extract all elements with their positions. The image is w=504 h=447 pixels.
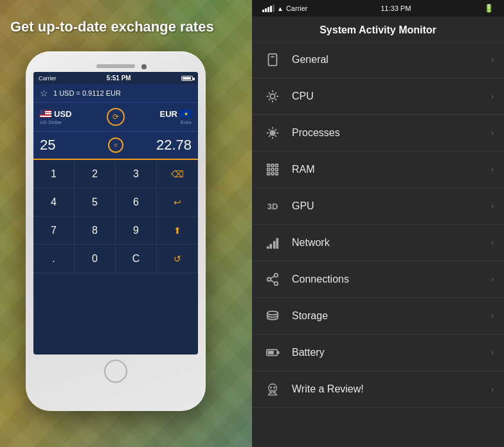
svg-point-2 (270, 94, 274, 98)
svg-rect-17 (276, 238, 279, 249)
processes-chevron: › (491, 128, 494, 137)
to-amount: 22.78 (129, 137, 192, 153)
menu-item-cpu[interactable]: CPU › (252, 78, 504, 115)
phone-screen: Carrier 5:51 PM ☆ 1 USD = 0.9112 EUR USD (33, 72, 198, 355)
key-0[interactable]: 0 (75, 245, 116, 273)
storage-chevron: › (491, 311, 494, 320)
svg-rect-8 (267, 168, 270, 171)
key-clear[interactable]: C (116, 245, 157, 273)
svg-point-27 (270, 387, 271, 388)
svg-rect-15 (269, 244, 272, 249)
signal-area: ▲ Carrier (262, 4, 308, 12)
bar-4 (270, 6, 272, 12)
svg-rect-9 (271, 168, 274, 171)
connections-chevron: › (491, 275, 494, 284)
bar-1 (262, 10, 264, 12)
menu-item-connections[interactable]: Connections › (252, 261, 504, 298)
gpu-label: GPU (292, 200, 314, 212)
key-8[interactable]: 8 (75, 216, 116, 245)
key-7[interactable]: 7 (33, 216, 75, 245)
review-icon (262, 379, 283, 399)
key-backspace[interactable]: ⌫ (157, 160, 198, 188)
general-icon (262, 49, 283, 70)
ram-chevron: › (491, 165, 494, 174)
network-icon (262, 232, 283, 253)
to-code: EUR (160, 109, 177, 119)
key-3[interactable]: 3 (116, 160, 157, 188)
wifi-icon: ▲ (277, 5, 284, 12)
general-label: General (292, 54, 328, 66)
bar-3 (267, 7, 269, 12)
right-time: 11:33 PM (381, 4, 411, 12)
right-battery-area: 🔋 (484, 4, 494, 13)
right-panel: ▲ Carrier 11:33 PM 🔋 System Activity Mon… (252, 0, 504, 447)
right-carrier: Carrier (286, 4, 308, 12)
svg-point-28 (274, 387, 275, 388)
screen-carrier: Carrier (39, 75, 57, 82)
menu-item-review[interactable]: Write a Review! › (252, 371, 504, 408)
general-chevron: › (491, 55, 494, 64)
right-battery-icon: 🔋 (484, 4, 494, 13)
network-chevron: › (491, 238, 494, 247)
battery-chevron: › (491, 348, 494, 357)
right-statusbar: ▲ Carrier 11:33 PM 🔋 (252, 0, 504, 17)
phone-home-button[interactable] (104, 360, 127, 383)
connections-icon (262, 269, 283, 290)
cpu-icon (262, 86, 283, 107)
svg-rect-14 (267, 247, 269, 249)
equals-icon: = (108, 137, 123, 153)
menu-item-network[interactable]: Network › (252, 225, 504, 261)
cpu-label: CPU (292, 91, 314, 102)
key-share[interactable]: ⬆ (157, 216, 198, 245)
from-currency: USD US Dollar (40, 109, 102, 125)
key-2[interactable]: 2 (75, 160, 116, 188)
right-title: System Activity Monitor (252, 17, 504, 42)
phone-mockup: Carrier 5:51 PM ☆ 1 USD = 0.9112 EUR USD (26, 51, 206, 411)
swap-button[interactable]: ⟳ (107, 108, 125, 126)
key-1[interactable]: 1 (33, 160, 75, 188)
svg-point-4 (271, 132, 274, 134)
screen-battery (181, 76, 193, 81)
keypad: 1 2 3 ⌫ 4 5 6 ↩ 7 8 9 ⬆ . 0 C ↺ (33, 160, 198, 273)
network-label: Network (292, 237, 330, 249)
key-4[interactable]: 4 (33, 188, 75, 216)
svg-point-23 (267, 311, 278, 315)
amount-row: 25 = 22.78 (33, 132, 198, 160)
usd-flag (40, 110, 51, 118)
processes-label: Processes (292, 127, 340, 139)
battery-label: Battery (292, 347, 325, 358)
from-code: USD (54, 109, 71, 119)
storage-label: Storage (292, 310, 328, 322)
key-9[interactable]: 9 (116, 216, 157, 245)
menu-list: General › CPU › Processes (252, 42, 504, 447)
key-5[interactable]: 5 (75, 188, 116, 216)
menu-item-gpu[interactable]: 3D GPU › (252, 188, 504, 225)
ram-icon (262, 159, 283, 180)
connections-label: Connections (292, 274, 349, 285)
screen-time: 5:51 PM (107, 74, 131, 82)
svg-line-22 (271, 280, 274, 283)
svg-rect-5 (267, 164, 270, 167)
svg-rect-11 (267, 173, 270, 175)
svg-rect-16 (273, 241, 276, 249)
battery-icon (262, 342, 283, 363)
menu-item-storage[interactable]: Storage › (252, 298, 504, 335)
key-6[interactable]: 6 (116, 188, 157, 216)
svg-rect-12 (271, 173, 274, 175)
review-label: Write a Review! (292, 383, 364, 395)
key-undo[interactable]: ↩ (157, 188, 198, 216)
menu-item-battery[interactable]: Battery › (252, 335, 504, 371)
menu-item-processes[interactable]: Processes › (252, 115, 504, 152)
to-currency: EUR ★ Euro (130, 109, 192, 125)
to-name: Euro (181, 119, 192, 125)
menu-item-general[interactable]: General › (252, 42, 504, 78)
key-refresh[interactable]: ↺ (157, 245, 198, 273)
conversion-bar: ☆ 1 USD = 0.9112 EUR (33, 84, 198, 103)
phone-speaker (96, 64, 135, 68)
key-dot[interactable]: . (33, 245, 75, 273)
svg-rect-0 (269, 54, 277, 66)
currency-row: USD US Dollar ⟳ EUR ★ Euro (33, 103, 198, 132)
menu-item-ram[interactable]: RAM › (252, 152, 504, 188)
svg-rect-13 (276, 173, 278, 175)
svg-rect-6 (271, 164, 274, 167)
